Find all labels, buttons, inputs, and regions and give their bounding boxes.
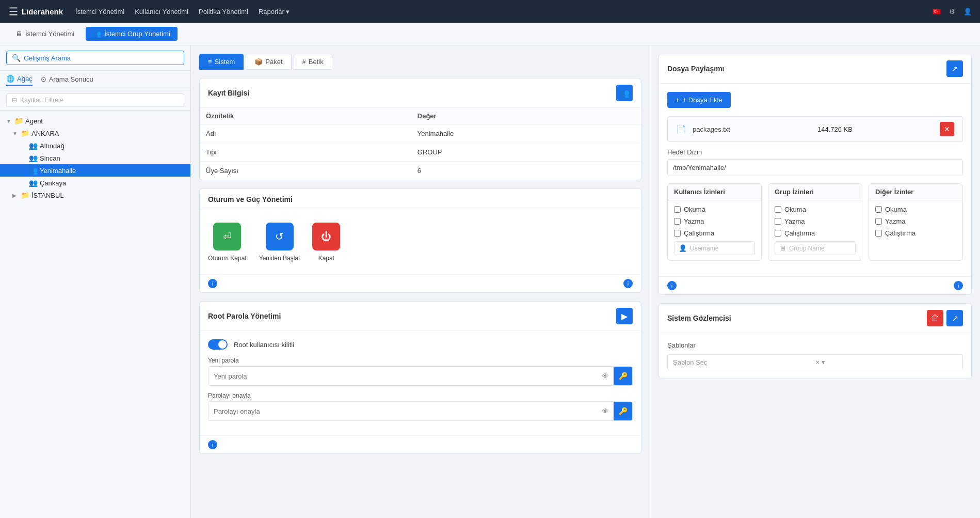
filter-bar: ⊟ xyxy=(0,90,190,111)
file-icon: 📄 xyxy=(676,124,686,134)
kayit-bilgisi-action-btn[interactable]: 👥 xyxy=(616,85,633,101)
tree-item-sincan[interactable]: ▶ 👥 Sincan xyxy=(0,152,190,164)
grup-okuma-checkbox[interactable] xyxy=(775,206,781,213)
settings-icon[interactable]: ⚙ xyxy=(949,8,955,15)
kullanici-yazma-check: Yazma xyxy=(674,217,755,225)
table-row: Üye Sayısı 6 xyxy=(200,162,641,180)
search-input[interactable] xyxy=(24,54,179,62)
username-input[interactable] xyxy=(690,245,750,252)
yeniden-basla-btn[interactable]: ↺ Yeniden Başlat xyxy=(259,223,300,262)
tree-label: İSTANBUL xyxy=(31,192,64,199)
tree-label: Agent xyxy=(25,117,43,125)
grup-izinleri-body: Okuma Yazma Çalıştırma 🖥 xyxy=(768,200,862,260)
delete-sistem-btn[interactable]: 🗑 xyxy=(927,310,943,326)
grup-izinleri-section: Grup İzinleri Okuma Yazma xyxy=(768,183,862,261)
logo[interactable]: Liderahenk xyxy=(8,6,63,17)
file-name: packages.txt xyxy=(693,125,730,133)
betik-icon: # xyxy=(302,58,306,66)
flag-icon[interactable]: 🇹🇷 xyxy=(933,8,941,15)
plus-icon: + xyxy=(676,96,680,104)
restart-icon: ↺ xyxy=(275,230,284,243)
oturum-card: Oturum ve Güç Yönetimi ⏎ Oturum Kapat ↺ xyxy=(199,189,641,293)
tab-sistem[interactable]: ≡ Sistem xyxy=(199,54,244,70)
confirm-password-wrap: 👁 🔑 xyxy=(208,401,633,421)
dosya-info-dot-right[interactable]: i xyxy=(954,281,963,290)
show-confirm-btn[interactable]: 👁 xyxy=(597,402,614,420)
user-icon[interactable]: 👤 xyxy=(963,8,972,15)
kullanici-yazma-checkbox[interactable] xyxy=(674,218,681,225)
add-file-btn[interactable]: + + Dosya Ekle xyxy=(667,92,731,108)
nav-raporlar[interactable]: Raporlar ▾ xyxy=(259,8,290,15)
info-dot-right[interactable]: i xyxy=(623,279,633,288)
kullanici-calistirma-checkbox[interactable] xyxy=(674,230,681,237)
generate-password-btn[interactable]: 🔑 xyxy=(614,367,632,385)
grup-calistirma-checkbox[interactable] xyxy=(775,230,781,237)
dosya-footer: i i xyxy=(659,276,971,294)
diger-okuma-checkbox[interactable] xyxy=(875,206,882,213)
nav-politika-yonetimi[interactable]: Politika Yönetimi xyxy=(199,8,248,15)
diger-calistirma-check: Çalıştırma xyxy=(875,229,956,237)
sablon-select[interactable]: Şablon Seç ✕ ▼ xyxy=(667,354,963,370)
chevron-icon: ▼ xyxy=(6,118,12,124)
filter-input[interactable] xyxy=(20,97,179,104)
dosya-paylasimi-header: Dosya Paylaşımı ↗ xyxy=(659,54,971,84)
folder-icon: 📁 xyxy=(21,129,29,137)
info-dot-bottom[interactable]: i xyxy=(208,440,217,449)
root-parola-card: Root Parola Yönetimi ▶ Root kullanıcısı … xyxy=(199,301,641,454)
info-dot-left[interactable]: i xyxy=(208,279,217,288)
tree-label: Çankaya xyxy=(40,179,66,187)
root-parola-action-btn[interactable]: ▶ xyxy=(616,308,633,324)
dosya-info-dot-left[interactable]: i xyxy=(667,281,677,290)
tree-item-ankara[interactable]: ▼ 📁 ANKARA xyxy=(0,127,190,139)
root-lock-toggle[interactable] xyxy=(208,339,228,350)
share-icon: ↗ xyxy=(952,65,958,73)
istemci-grup-yonetimi-btn[interactable]: 👥 İstemci Grup Yönetimi xyxy=(86,27,178,41)
grup-okuma-check: Okuma xyxy=(775,206,856,213)
logout-icon: ⏎ xyxy=(223,230,232,243)
search-icon: 🔍 xyxy=(12,54,21,62)
tab-paket[interactable]: 📦 Paket xyxy=(246,54,291,70)
oturum-body: ⏎ Oturum Kapat ↺ Yeniden Başlat ⏻ xyxy=(200,210,641,274)
chevron-icon: ▼ xyxy=(12,131,19,136)
tab-betik[interactable]: # Betik xyxy=(294,54,332,70)
delete-file-btn[interactable]: ✕ xyxy=(940,122,954,136)
tab-arama-sonucu[interactable]: ⊙ Arama Sonucu xyxy=(41,75,93,86)
tree-item-istanbul[interactable]: ▶ 📁 İSTANBUL xyxy=(0,189,190,201)
tree-tabs: 🌐 Ağaç ⊙ Arama Sonucu xyxy=(0,71,190,90)
new-password-input[interactable] xyxy=(208,368,597,384)
tree-item-agent[interactable]: ▼ 📁 Agent xyxy=(0,115,190,127)
groupname-input[interactable] xyxy=(789,245,851,252)
hedef-input[interactable] xyxy=(667,159,963,176)
tree-item-cankaya[interactable]: ▶ 👥 Çankaya xyxy=(0,177,190,189)
row-attr-2: Üye Sayısı xyxy=(200,162,411,180)
confirm-password-input[interactable] xyxy=(208,403,597,419)
grup-yazma-checkbox[interactable] xyxy=(775,218,781,225)
info-table: Öznitelik Değer Adı Yenimahalle Tipi GRO… xyxy=(200,108,641,180)
nav-istemci-yonetimi[interactable]: İstemci Yönetimi xyxy=(75,8,124,15)
tree-item-yenimahalle[interactable]: ▶ 👥 Yenimahalle xyxy=(0,164,190,177)
group-tree-icon: 👥 xyxy=(29,166,38,175)
tree-item-altindag[interactable]: ▶ 👥 Altındağ xyxy=(0,139,190,152)
kullanici-okuma-checkbox[interactable] xyxy=(674,206,681,213)
tab-agac[interactable]: 🌐 Ağaç xyxy=(6,75,33,86)
dosya-share-btn[interactable]: ↗ xyxy=(946,60,963,77)
kapat-btn[interactable]: ⏻ Kapat xyxy=(312,223,340,262)
generate-confirm-btn[interactable]: 🔑 xyxy=(614,402,632,420)
select-caret-icon: ✕ ▼ xyxy=(815,359,958,365)
diger-yazma-checkbox[interactable] xyxy=(875,218,882,225)
nav-kullanici-yonetimi[interactable]: Kullanıcı Yönetimi xyxy=(135,8,188,15)
istemci-yonetimi-btn[interactable]: 🖥 İstemci Yönetimi xyxy=(8,27,82,41)
sablon-placeholder: Şablon Seç xyxy=(673,358,815,366)
group-tree-icon: 👥 xyxy=(29,142,38,150)
group-perm-icon: 🖥 xyxy=(779,244,786,252)
oturum-kapat-btn[interactable]: ⏎ Oturum Kapat xyxy=(208,223,247,262)
left-sidebar: 🔍 🌐 Ağaç ⊙ Arama Sonucu ⊟ ▼ 📁 xyxy=(0,45,191,518)
show-password-btn[interactable]: 👁 xyxy=(597,367,614,385)
dosya-paylasimi-card: Dosya Paylaşımı ↗ + + Dosya Ekle 📄 packa… xyxy=(658,54,972,295)
kullanici-izinleri-header: Kullanıcı İzinleri xyxy=(668,184,761,200)
right-panel: Dosya Paylaşımı ↗ + + Dosya Ekle 📄 packa… xyxy=(650,45,980,518)
diger-calistirma-checkbox[interactable] xyxy=(875,230,882,237)
file-row: 📄 packages.txt 144.726 KB ✕ xyxy=(667,116,963,142)
apply-sistem-btn[interactable]: ↗ xyxy=(946,310,963,326)
table-row: Tipi GROUP xyxy=(200,143,641,162)
